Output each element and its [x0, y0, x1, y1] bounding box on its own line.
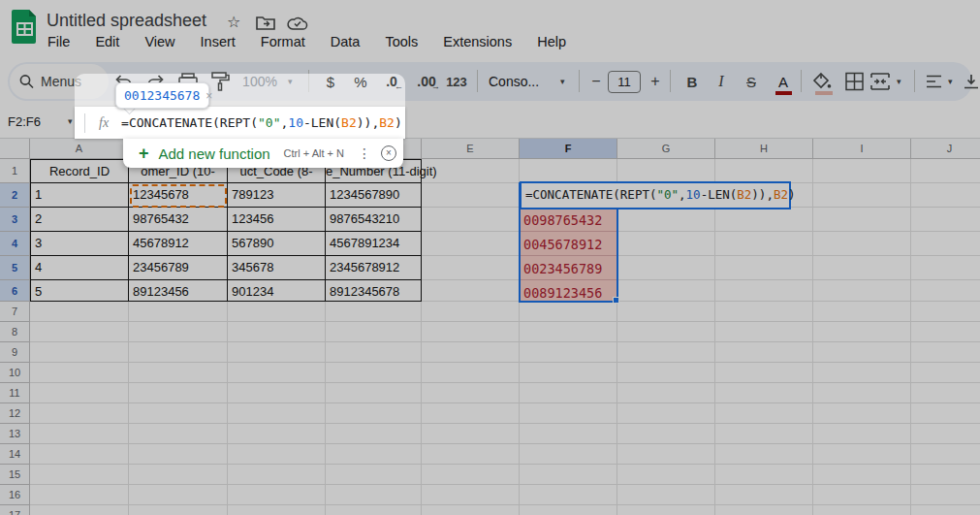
formula-token: ) — [395, 115, 402, 130]
formula-token: 10 — [288, 115, 303, 130]
plus-icon: + — [139, 144, 149, 164]
formula-token: )), — [357, 115, 379, 130]
formula-token: B2 — [341, 115, 357, 130]
add-new-function-button[interactable]: Add new function — [159, 145, 270, 162]
formula-token: =CONCATENATE(REPT( — [121, 115, 258, 130]
more-options-icon[interactable]: ⋮ — [358, 145, 371, 161]
formula-result-preview: 0012345678 × — [115, 82, 209, 109]
formula-input[interactable]: =CONCATENATE(REPT("0",10-LEN(B2)),B2) — [121, 115, 402, 130]
format-percent-button[interactable]: % — [351, 69, 370, 94]
add-new-function-popup: + Add new function Ctrl + Alt + N ⋮ × — [123, 139, 403, 168]
formula-token: B2 — [379, 115, 395, 130]
paint-format-icon[interactable] — [210, 69, 230, 94]
close-popup-icon[interactable]: × — [381, 145, 396, 161]
google-sheets-window: Untitled spreadsheet ☆ FileEditViewInser… — [0, 0, 980, 515]
format-currency-button[interactable]: $ — [321, 69, 340, 94]
formula-token: -LEN( — [303, 115, 341, 130]
formula-bar-spotlight: fx =CONCATENATE(REPT("0",10-LEN(B2)),B2) — [75, 107, 405, 139]
shortcut-hint: Ctrl + Alt + N — [284, 147, 344, 159]
formula-token: "0" — [258, 115, 280, 130]
zoom-caret-icon: ▾ — [288, 69, 293, 94]
preview-close-icon[interactable]: × — [205, 89, 212, 103]
zoom-select[interactable]: 100% — [240, 69, 279, 94]
fx-icon: fx — [99, 115, 109, 131]
decrease-decimal-button[interactable]: .0← — [379, 69, 404, 94]
decrease-decimal-arrow-icon: ← — [395, 81, 403, 91]
preview-value: 0012345678 — [124, 88, 200, 103]
formula-bar-divider — [84, 113, 85, 133]
